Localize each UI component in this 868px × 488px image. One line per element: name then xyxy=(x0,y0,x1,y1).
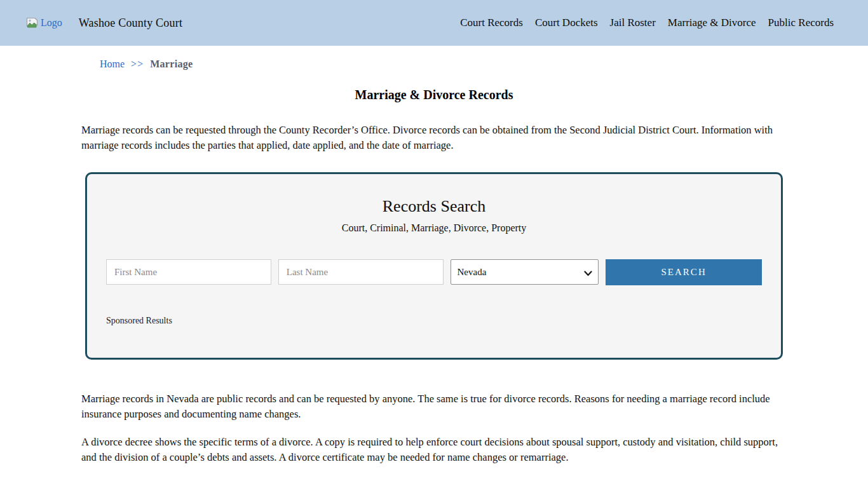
nav-jail-roster[interactable]: Jail Roster xyxy=(610,17,656,29)
search-button[interactable]: SEARCH xyxy=(606,259,762,285)
breadcrumb-current: Marriage xyxy=(150,58,193,70)
site-title: Washoe County Court xyxy=(79,17,182,30)
main-nav: Court Records Court Dockets Jail Roster … xyxy=(460,17,834,29)
breadcrumb-home-link[interactable]: Home xyxy=(100,58,125,70)
body-copy: Marriage records in Nevada are public re… xyxy=(81,391,787,465)
nav-court-records[interactable]: Court Records xyxy=(460,17,523,29)
logo-alt-text: Logo xyxy=(41,17,62,29)
sponsored-results-label: Sponsored Results xyxy=(106,316,762,326)
nav-court-dockets[interactable]: Court Dockets xyxy=(535,17,598,29)
broken-image-icon xyxy=(25,17,39,29)
first-name-input[interactable] xyxy=(106,259,271,285)
site-header: Logo Washoe County Court Court Records C… xyxy=(0,0,868,46)
page-title: Marriage & Divorce Records xyxy=(81,88,787,102)
nav-public-records[interactable]: Public Records xyxy=(768,17,834,29)
search-form-row: Nevada SEARCH xyxy=(106,259,762,285)
intro-paragraph: Marriage records can be requested throug… xyxy=(81,123,787,153)
records-search-panel: Records Search Court, Criminal, Marriage… xyxy=(85,172,783,360)
state-select-wrap: Nevada xyxy=(451,259,599,285)
divorce-decree-paragraph: A divorce decree shows the specific term… xyxy=(81,435,787,465)
content-container: Home >> Marriage Marriage & Divorce Reco… xyxy=(81,58,787,465)
breadcrumb-separator: >> xyxy=(131,58,144,70)
breadcrumb: Home >> Marriage xyxy=(81,58,787,70)
records-search-title: Records Search xyxy=(106,197,762,216)
last-name-input[interactable] xyxy=(278,259,444,285)
logo-link[interactable]: Logo xyxy=(25,17,62,29)
nav-marriage-divorce[interactable]: Marriage & Divorce xyxy=(668,17,756,29)
state-select[interactable]: Nevada xyxy=(451,259,599,285)
marriage-records-paragraph: Marriage records in Nevada are public re… xyxy=(81,391,787,422)
records-search-subtitle: Court, Criminal, Marriage, Divorce, Prop… xyxy=(106,222,762,234)
